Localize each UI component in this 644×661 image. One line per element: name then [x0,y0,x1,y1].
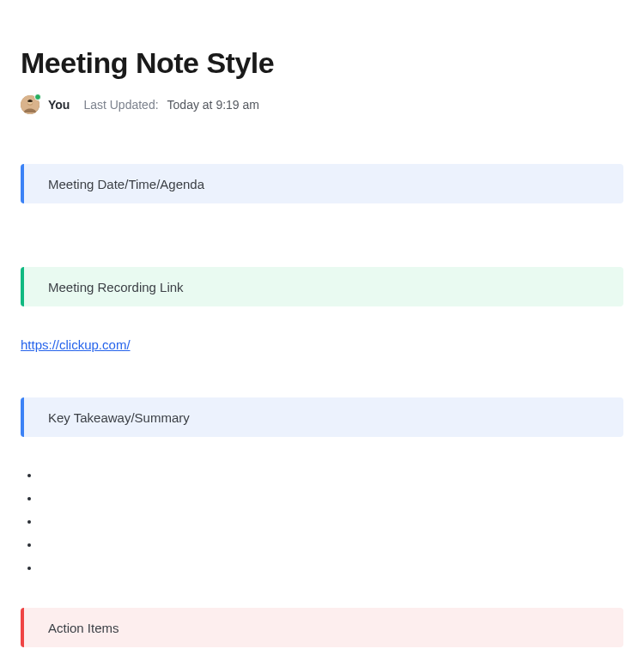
recording-link[interactable]: https://clickup.com/ [21,337,131,352]
section-agenda-banner[interactable]: Meeting Date/Time/Agenda [21,164,623,203]
last-updated-value: Today at 9:19 am [167,98,259,112]
takeaway-bullet-list[interactable] [39,466,623,573]
presence-indicator-icon [34,94,41,100]
author-name: You [48,98,70,112]
list-item[interactable] [39,559,623,573]
list-item[interactable] [39,536,623,550]
spacer [21,203,623,267]
meta-row: You Last Updated: Today at 9:19 am [21,95,623,114]
list-item[interactable] [39,466,623,481]
section-recording-banner[interactable]: Meeting Recording Link [21,267,623,306]
section-action-heading: Action Items [48,621,119,635]
last-updated-label: Last Updated: [83,98,158,112]
section-recording-heading: Meeting Recording Link [48,280,184,294]
section-agenda-heading: Meeting Date/Time/Agenda [48,177,204,191]
section-takeaway-heading: Key Takeaway/Summary [48,410,190,425]
page-title: Meeting Note Style [21,46,623,80]
list-item[interactable] [39,512,623,527]
section-takeaway-banner[interactable]: Key Takeaway/Summary [21,397,623,437]
recording-link-row: https://clickup.com/ [21,337,623,353]
author-avatar[interactable] [21,95,39,114]
spacer [21,353,623,397]
section-action-banner[interactable]: Action Items [21,608,623,647]
list-item[interactable] [39,489,623,504]
